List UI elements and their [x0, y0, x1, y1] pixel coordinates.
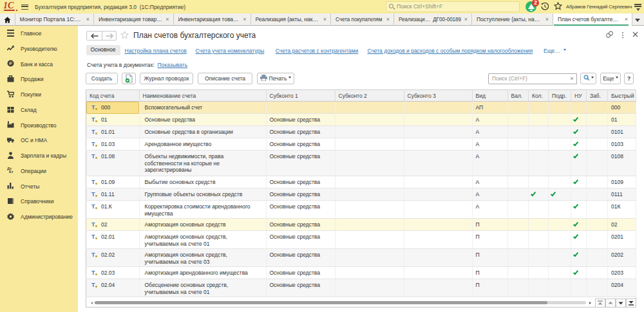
- svg-text:₽: ₽: [9, 60, 12, 66]
